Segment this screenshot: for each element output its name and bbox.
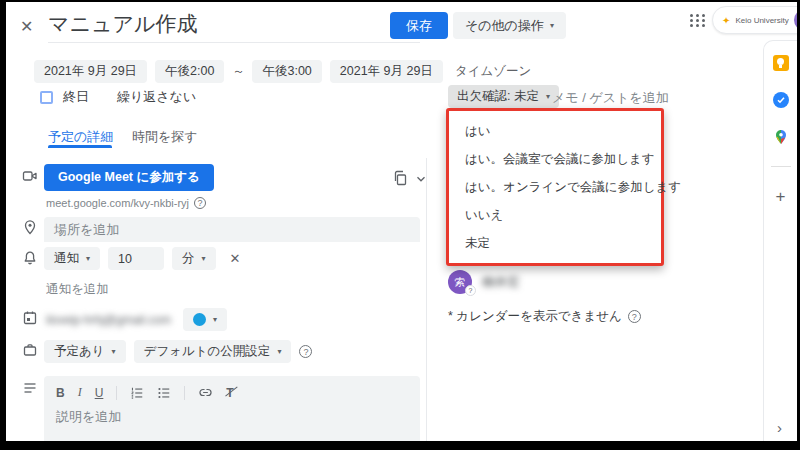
account-avatar[interactable] — [794, 9, 797, 31]
keio-emblem-icon: ✦ — [722, 15, 730, 26]
guest-avatar: 索 ? — [448, 270, 472, 294]
guest-name-blurred: 柳井宏 — [482, 274, 520, 291]
add-memo-guests-field[interactable]: メモ / ゲストを追加 — [552, 89, 669, 107]
help-icon[interactable]: ? — [194, 197, 206, 209]
underline-button[interactable]: U — [95, 386, 104, 400]
insert-link-button[interactable] — [198, 385, 213, 400]
event-title-input[interactable]: マニュアル作成 — [48, 10, 197, 38]
meet-link-row: meet.google.com/kvy-nkbi-ryj ? — [46, 197, 206, 209]
timezone-link[interactable]: タイムゾーン — [455, 63, 531, 80]
location-input[interactable]: 場所を追加 — [44, 217, 420, 242]
clear-formatting-button[interactable]: T — [226, 386, 233, 400]
visibility-label: デフォルトの公開設定 — [144, 343, 271, 360]
calendar-note-row: * カレンダーを表示できません ? — [448, 308, 641, 325]
event-color-dropdown[interactable]: ▾ — [183, 308, 227, 331]
toolbar-separator — [116, 386, 117, 400]
account-name: Keio University — [735, 16, 788, 25]
caret-down-icon: ▾ — [112, 348, 116, 356]
busy-status-dropdown[interactable]: 予定あり ▾ — [44, 340, 126, 363]
help-icon[interactable]: ? — [299, 345, 312, 358]
more-actions-button[interactable]: その他の操作 ▾ — [453, 12, 566, 39]
italic-button[interactable]: I — [78, 385, 82, 400]
save-button[interactable]: 保存 — [390, 12, 448, 39]
visibility-dropdown[interactable]: デフォルトの公開設定 ▾ — [134, 340, 292, 363]
google-maps-icon[interactable] — [773, 129, 789, 145]
notification-type-dropdown[interactable]: 通知 ▾ — [44, 247, 100, 270]
rsvp-option-yes[interactable]: はい — [449, 117, 661, 145]
format-toolbar: B I U T — [44, 376, 420, 404]
guest-rsvp-unknown-badge: ? — [465, 285, 476, 296]
column-divider — [426, 158, 427, 441]
calendar-icon — [22, 310, 38, 326]
tab-event-details[interactable]: 予定の詳細 — [48, 128, 113, 146]
google-tasks-icon[interactable] — [773, 92, 789, 108]
videocam-icon — [22, 168, 38, 184]
account-pill[interactable]: ✦ Keio University — [712, 6, 797, 34]
calendar-event-editor: ✕ マニュアル作成 保存 その他の操作 ▾ ✦ Keio University … — [6, 2, 797, 441]
rsvp-option-yes-online[interactable]: はい。オンラインで会議に参加します — [449, 173, 661, 201]
tab-find-time[interactable]: 時間を探す — [132, 128, 198, 146]
recurrence-dropdown[interactable]: 繰り返さない — [117, 88, 196, 106]
start-date-chip[interactable]: 2021年 9月 29日 — [34, 60, 147, 83]
notification-unit-dropdown[interactable]: 分 ▾ — [172, 247, 216, 270]
description-placeholder[interactable]: 説明を追加 — [44, 404, 420, 430]
add-addon-button[interactable]: + — [776, 188, 786, 205]
title-underline — [48, 42, 420, 43]
help-icon[interactable]: ? — [628, 310, 641, 323]
color-swatch — [193, 313, 206, 326]
companion-sidebar: + › — [763, 40, 797, 441]
join-meet-button[interactable]: Google Meet に参加する — [44, 164, 214, 191]
end-date-chip[interactable]: 2021年 9月 29日 — [330, 60, 443, 83]
start-time-chip[interactable]: 午後2:00 — [155, 60, 224, 83]
busy-status-label: 予定あり — [54, 343, 105, 360]
caret-down-icon: ▾ — [277, 348, 281, 356]
sidebar-divider — [771, 166, 791, 167]
rsvp-option-yes-meeting-room[interactable]: はい。会議室で会議に参加します — [449, 145, 661, 173]
notification-value-input[interactable]: 10 — [108, 247, 164, 270]
description-lines-icon — [22, 380, 38, 396]
bell-icon — [22, 250, 38, 266]
caret-down-icon: ▾ — [546, 93, 550, 101]
bulleted-list-button[interactable] — [157, 386, 171, 400]
remove-notification-icon[interactable]: ✕ — [230, 251, 241, 266]
caret-down-icon: ▾ — [550, 22, 554, 30]
description-editor[interactable]: B I U T — [44, 376, 420, 441]
google-keep-icon[interactable] — [773, 55, 789, 71]
meet-link-text[interactable]: meet.google.com/kvy-nkbi-ryj — [46, 197, 189, 209]
more-actions-label: その他の操作 — [465, 17, 544, 35]
briefcase-icon — [22, 342, 38, 358]
toolbar-separator — [184, 386, 185, 400]
rsvp-dropdown-button[interactable]: 出欠確認: 未定 ▾ — [448, 85, 559, 108]
copy-icon[interactable] — [392, 170, 408, 186]
bold-button[interactable]: B — [56, 386, 65, 400]
rsvp-option-no[interactable]: いいえ — [449, 201, 661, 229]
active-tab-underline — [48, 145, 112, 148]
calendar-email-blurred[interactable]: iloveip-hrhj@gmail.com — [46, 313, 171, 327]
caret-down-icon: ▾ — [86, 255, 90, 263]
end-time-chip[interactable]: 午後3:00 — [252, 60, 321, 83]
rsvp-button-label: 出欠確認: 未定 — [457, 88, 539, 105]
all-day-checkbox[interactable] — [40, 91, 53, 104]
all-day-label: 終日 — [63, 88, 89, 106]
apps-grid-icon[interactable] — [690, 14, 706, 27]
close-icon[interactable]: ✕ — [20, 17, 33, 36]
caret-down-icon: ▾ — [213, 316, 217, 324]
collapse-sidebar-button[interactable]: › — [777, 419, 782, 436]
location-pin-icon — [22, 219, 38, 235]
add-notification-link[interactable]: 通知を追加 — [46, 281, 109, 298]
notification-unit-label: 分 — [182, 250, 195, 267]
rsvp-option-undecided[interactable]: 未定 — [449, 229, 661, 257]
rsvp-options-menu: はい はい。会議室で会議に参加します はい。オンラインで会議に参加します いいえ… — [446, 108, 664, 266]
screenshot-frame: ✕ マニュアル作成 保存 その他の操作 ▾ ✦ Keio University … — [0, 0, 800, 450]
caret-down-icon: ▾ — [202, 255, 206, 263]
guest-avatar-initial: 索 — [455, 275, 466, 290]
time-separator: ～ — [232, 63, 244, 80]
calendar-note-text: * カレンダーを表示できません — [448, 308, 622, 325]
numbered-list-button[interactable] — [130, 386, 144, 400]
notification-type-label: 通知 — [54, 250, 79, 267]
